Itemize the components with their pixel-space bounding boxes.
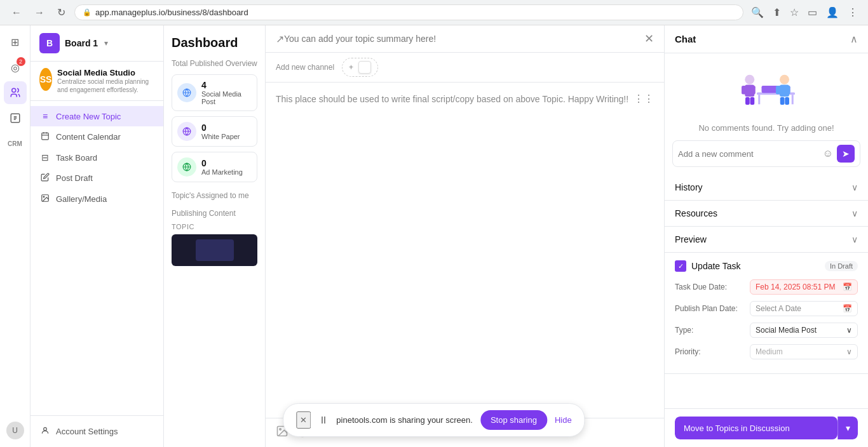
due-date-label: Task Due Date: [675, 283, 745, 291]
right-panel-footer: Move to Topics in Discussion ▾ [665, 408, 868, 447]
menu-icon[interactable]: ⋮ [845, 5, 860, 20]
due-date-value[interactable]: Feb 14, 2025 08:51 PM 📅 [750, 279, 858, 295]
chat-collapse-icon[interactable]: ∧ [850, 33, 858, 45]
stop-sharing-button[interactable]: Stop sharing [480, 410, 547, 430]
dashboard-title: Dashboard [172, 36, 257, 50]
ad-channel-icon [177, 157, 196, 177]
publish-date-label: Publish Plan Date: [675, 304, 745, 313]
forward-button[interactable]: → [31, 6, 48, 20]
refresh-button[interactable]: ↻ [53, 5, 69, 20]
svg-rect-20 [750, 86, 756, 95]
hide-button[interactable]: Hide [555, 415, 572, 425]
comment-input-area: ☺ ➤ [672, 140, 860, 167]
rail-people-icon[interactable] [4, 81, 27, 104]
white-paper-name: White Paper [201, 133, 240, 140]
editor-body[interactable]: This place should be used to write final… [266, 83, 664, 418]
sidebar-item-gallery-media[interactable]: Gallery/Media [31, 189, 163, 210]
history-title: History [675, 182, 703, 192]
svg-point-17 [745, 75, 754, 84]
add-channel-button[interactable]: + [342, 58, 378, 77]
screen-share-icon: ⏸ [318, 415, 329, 426]
board-title[interactable]: Board 1 [65, 38, 98, 48]
calendar-icon: 📅 [843, 283, 852, 291]
address-bar[interactable]: 🔒 app.manageplus.io/business/8/dashboard [74, 4, 743, 20]
editor-placeholder: This place should be used to write final… [276, 93, 654, 106]
comment-emoji-icon[interactable]: ☺ [823, 148, 833, 159]
publish-date-row: Publish Plan Date: Select A Date 📅 [675, 301, 858, 316]
priority-field[interactable]: Medium ∨ [750, 344, 858, 359]
chat-header: Chat ∧ [665, 25, 868, 53]
resources-accordion-header[interactable]: Resources ∨ [665, 201, 868, 226]
date-picker-icon: 📅 [843, 304, 852, 313]
publishing-section: Publishing Content TOPIC [172, 209, 257, 266]
svg-rect-31 [780, 97, 785, 105]
share-icon[interactable]: ⬆ [770, 5, 783, 20]
topic-summary-input[interactable] [284, 34, 644, 44]
task-board-label: Task Board [56, 153, 97, 163]
back-button[interactable]: ← [8, 6, 25, 20]
svg-rect-30 [785, 86, 790, 95]
rail-compass-icon[interactable]: ◎ 2 [4, 56, 27, 79]
crm-icon[interactable]: CRM [4, 132, 27, 155]
comment-input[interactable] [678, 149, 819, 159]
sidebar-item-task-board[interactable]: ⊟ Task Board [31, 147, 163, 168]
screen-bar-close-button[interactable]: ✕ [296, 411, 311, 429]
move-to-dropdown-button[interactable]: ▾ [837, 417, 858, 439]
sidebar-item-content-calendar[interactable]: Content Calendar [31, 126, 163, 147]
sidebar-header: B Board 1 ▾ [31, 25, 163, 62]
content-calendar-label: Content Calendar [56, 132, 121, 142]
rail-grid-icon[interactable]: ⊞ [4, 30, 27, 53]
channel-card-social[interactable]: 4 Social Media Post [172, 74, 257, 111]
publish-date-picker[interactable]: Select A Date 📅 [750, 301, 858, 316]
create-topic-label: Create New Topic [56, 112, 121, 121]
type-chevron-icon: ∨ [846, 326, 852, 335]
board-icon: B [39, 33, 60, 53]
main-content: Dashboard Total Published Overview 4 Soc… [164, 25, 868, 447]
sidebar-item-account-settings[interactable]: Account Settings [31, 421, 163, 442]
search-icon[interactable]: 🔍 [749, 5, 766, 20]
task-board-icon: ⊟ [39, 152, 51, 163]
send-comment-button[interactable]: ➤ [837, 145, 855, 163]
screen-sharing-text: pinetools.com is sharing your screen. [336, 415, 473, 425]
board-chevron-icon[interactable]: ▾ [104, 39, 108, 48]
priority-label: Priority: [675, 347, 745, 356]
window-icon[interactable]: ▭ [805, 5, 820, 20]
task-checkbox[interactable]: ✓ [675, 260, 686, 272]
topic-thumbnail [172, 234, 257, 266]
right-panel: Chat ∧ [665, 25, 868, 447]
move-to-button[interactable]: Move to Topics in Discussion [675, 417, 837, 439]
preview-accordion-header[interactable]: Preview ∨ [665, 227, 868, 252]
add-channel-plus-icon: + [349, 63, 353, 72]
channel-card-white-paper[interactable]: 0 White Paper [172, 116, 257, 147]
sidebar-item-create-new-topic[interactable]: ≡ Create New Topic [31, 106, 163, 126]
social-channel-icon [177, 83, 196, 102]
svg-rect-24 [758, 95, 760, 104]
bookmark-icon[interactable]: ☆ [787, 5, 801, 20]
publishing-title: Publishing Content [172, 209, 257, 218]
more-options-icon[interactable]: ⋮⋮ [634, 93, 654, 105]
channel-card-ad[interactable]: 0 Ad Marketing [172, 152, 257, 182]
svg-point-8 [44, 427, 47, 430]
spacer [665, 374, 868, 408]
history-accordion-header[interactable]: History ∨ [665, 175, 868, 200]
expand-icon[interactable]: ↗ [276, 33, 284, 45]
ad-channel-name: Ad Marketing [201, 168, 243, 176]
profile-icon[interactable]: 👤 [824, 5, 841, 20]
svg-rect-21 [745, 97, 750, 105]
white-paper-icon [177, 122, 196, 141]
rail-chart-icon[interactable] [4, 107, 27, 130]
assigned-section-label: Topic's Assigned to me [172, 191, 257, 200]
icon-rail: ⊞ ◎ 2 CRM U [0, 25, 31, 447]
screen-sharing-bar: ✕ ⏸ pinetools.com is sharing your screen… [283, 403, 585, 437]
topic-col-label: TOPIC [172, 223, 257, 230]
type-label: Type: [675, 326, 745, 335]
svg-point-13 [280, 429, 281, 430]
add-channel-text: Add new channel [276, 63, 334, 72]
rail-user-icon[interactable]: U [4, 419, 27, 442]
gallery-label: Gallery/Media [56, 194, 107, 204]
sidebar-item-post-draft[interactable]: Post Draft [31, 168, 163, 189]
close-editor-icon[interactable]: ✕ [644, 32, 654, 46]
account-settings-label: Account Settings [56, 427, 118, 436]
resources-title: Resources [675, 208, 717, 218]
type-select[interactable]: Social Media Post ∨ [750, 323, 858, 338]
